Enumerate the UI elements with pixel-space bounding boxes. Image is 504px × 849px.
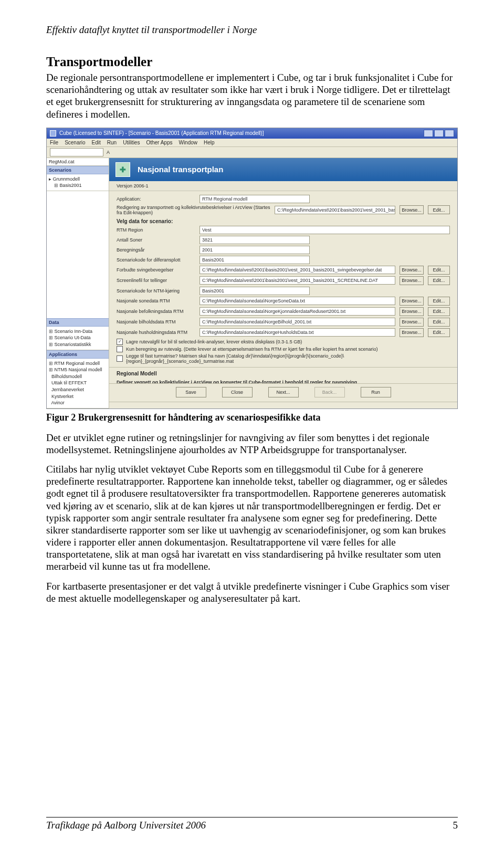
minimize-icon[interactable] (424, 130, 433, 137)
menu-help[interactable]: Help (204, 140, 215, 145)
paragraph-3: Citilabs har nylig utviklet vektøyet Cub… (46, 463, 458, 573)
menubar-outer[interactable]: File Scenario Edit Run Utilities Other A… (47, 139, 457, 147)
tree-inn-data[interactable]: Scenario Inn-Data (49, 328, 107, 335)
browse-button[interactable]: Browse... (400, 266, 424, 275)
figure-screenshot: Cube (Licensed to SINTEF) - [Scenario - … (46, 128, 458, 409)
scenarios-tree[interactable]: ▸ Grunnmodell Basis2001 (47, 174, 109, 191)
apps-tree[interactable]: RTM Regional modell NTM5 Nasjonal modell… (47, 359, 109, 408)
edit-button[interactable]: Edit... (428, 328, 450, 337)
tree-basis2001[interactable]: Basis2001 (49, 182, 107, 189)
tree-grunnmodell[interactable]: ▸ Grunnmodell (49, 176, 107, 183)
edit-button[interactable]: Edit... (428, 276, 450, 285)
page-number: 5 (453, 820, 458, 831)
section-velg-data: Velg data for scenario: (117, 218, 450, 224)
sidebar-panel-data[interactable]: Data (47, 318, 109, 327)
label-ntm-kjoring: Scenariokode for NTM-kjøring (117, 288, 195, 294)
next-button[interactable]: Next... (268, 387, 299, 397)
label-forbudte: Forbudte svingebevegelser (117, 267, 195, 272)
window-buttons[interactable] (424, 130, 454, 137)
dialog-footer: Save Close Next... Back... Run (109, 383, 457, 402)
input-scenariokode[interactable]: Basis2001 (200, 256, 310, 264)
paragraph-2: Det er utviklet egne rutiner og retnings… (46, 432, 458, 456)
figure-caption: Figur 2 Brukergrensesnitt for håndtering… (46, 412, 458, 423)
paragraph-1: De regionale persontransportmodellene er… (46, 71, 458, 120)
menu-run[interactable]: Run (107, 140, 117, 145)
label-chk3: Legge til fast turmatrise? Matrisen skal… (126, 353, 450, 364)
maximize-icon[interactable] (434, 130, 444, 137)
menu-edit[interactable]: Edit (92, 140, 101, 145)
sidebar-panel-apps[interactable]: Applications (47, 350, 109, 359)
status-bar (109, 402, 457, 408)
input-hushold[interactable]: C:\RegMod\inndata\sonedata\NorgeHusholds… (200, 328, 395, 337)
input-sonedata[interactable]: C:\RegMod\inndata\sonedata\NorgeSoneData… (200, 297, 395, 305)
browse-button[interactable]: Browse... (400, 205, 424, 214)
label-region: RTM Region (117, 227, 195, 233)
section-regional-modell: Regional Modell (117, 371, 450, 376)
label-antall-soner: Antall Soner (117, 237, 195, 243)
close-button[interactable]: Close (222, 387, 253, 397)
window-titlebar: Cube (Licensed to SINTEF) - [Scenario - … (47, 128, 457, 139)
app-jbv[interactable]: Jernbaneverket (49, 386, 107, 393)
cell-input[interactable] (50, 148, 103, 156)
edit-button[interactable]: Edit... (428, 266, 450, 275)
run-button[interactable]: Run (361, 387, 391, 397)
browse-button[interactable]: Browse... (400, 318, 424, 327)
menu-otherapps[interactable]: Other Apps (146, 140, 172, 145)
page-footer: Trafikdage på Aalborg Universitet 2006 5 (46, 817, 458, 831)
edit-button[interactable]: Edit... (428, 318, 450, 327)
input-screenline[interactable]: C:\RegMod\inndata\vest\2001\basis2001\ve… (200, 276, 395, 285)
input-ntm-kode[interactable]: Basis2001 (200, 287, 310, 295)
banner: Nasjonal transportplan (109, 158, 457, 181)
browse-button[interactable]: Browse... (400, 297, 424, 306)
close-icon[interactable] (445, 130, 454, 137)
app-ntm5[interactable]: NTM5 Nasjonal modell (49, 366, 107, 373)
app-avinor[interactable]: Avinor (49, 400, 107, 406)
browse-button[interactable]: Browse... (400, 328, 424, 337)
window-title: Cube (Licensed to SINTEF) - [Scenario - … (59, 130, 264, 136)
menu-file[interactable]: File (50, 140, 58, 145)
scenario-form: Application: RTM Regional modell Rediger… (109, 191, 457, 383)
edit-button[interactable]: Edit... (428, 205, 450, 214)
input-bilhold[interactable]: C:\RegMod\inndata\sonedata\NorgeBilhold_… (200, 318, 395, 326)
tree-ut-data[interactable]: Scenario Ut-Data (49, 334, 107, 341)
browse-button[interactable]: Browse... (400, 307, 424, 316)
save-button[interactable]: Save (176, 387, 206, 397)
label-hushold: Nasjonale husholdningsdata RTM (117, 330, 195, 335)
cell-label: A (107, 150, 110, 155)
browse-button[interactable]: Browse... (400, 276, 424, 285)
app-kyst[interactable]: Kystverket (49, 393, 107, 400)
input-antall-soner[interactable]: 3821 (200, 236, 310, 244)
app-bilhold[interactable]: Bilholdsmodell (49, 373, 107, 380)
label-chk1: Lagre rutevalgfil for bil til selected-l… (126, 339, 302, 344)
tree-statistikk[interactable]: Scenariostatistikk (49, 341, 107, 348)
banner-title: Nasjonal transportplan (138, 165, 223, 174)
app-rtm[interactable]: RTM Regional modell (49, 360, 107, 367)
menu-utilities[interactable]: Utilities (123, 140, 140, 145)
menu-window[interactable]: Window (178, 140, 197, 145)
app-effekt[interactable]: Uttak til EFFEKT (49, 380, 107, 386)
input-beregningsaar[interactable]: 2001 (200, 246, 310, 254)
label-edit-arcview: Redigering av transportnett og kollektiv… (117, 205, 270, 215)
label-scenariokode: Scenariokode for dilferansplott (117, 257, 195, 263)
input-apr-path[interactable]: C:\RegMod\inndata\vest\2001\basis2001\ve… (275, 206, 395, 214)
heading-transportmodeller: Transportmodeller (46, 55, 458, 69)
menu-scenario[interactable]: Scenario (65, 140, 85, 145)
checkbox-fast-matrise[interactable] (117, 355, 123, 362)
sidebar-panel-scenarios[interactable]: Scenarios (47, 166, 109, 174)
back-button: Back... (314, 387, 345, 397)
edit-button[interactable]: Edit... (428, 297, 450, 306)
edit-button[interactable]: Edit... (428, 307, 450, 316)
input-forbudte[interactable]: C:\RegMod\inndata\vest\2001\basis2001\ve… (200, 266, 395, 274)
label-beregningsaar: Beregningsår (117, 247, 195, 253)
label-bilhold: Nasjonale bilholdsdata RTM (117, 319, 195, 324)
select-application[interactable]: RTM Regional modell (200, 195, 310, 203)
checkbox-lagre-rutevalg[interactable]: ✓ (117, 339, 123, 345)
input-befolkning[interactable]: C:\RegMod\inndata\sonedata\NorgeKjonnald… (200, 307, 395, 316)
app-icon (50, 130, 56, 137)
main-panel: Nasjonal transportplan Versjon 2006-1 Ap… (109, 158, 457, 408)
catalog-file[interactable]: RegMod.cat (47, 158, 109, 166)
select-region[interactable]: Vest (200, 226, 450, 234)
data-tree[interactable]: Scenario Inn-Data Scenario Ut-Data Scena… (47, 327, 109, 350)
label-screenline: Screenlinefil for tellinger (117, 278, 195, 283)
checkbox-kun-rutevalg[interactable] (117, 346, 123, 352)
